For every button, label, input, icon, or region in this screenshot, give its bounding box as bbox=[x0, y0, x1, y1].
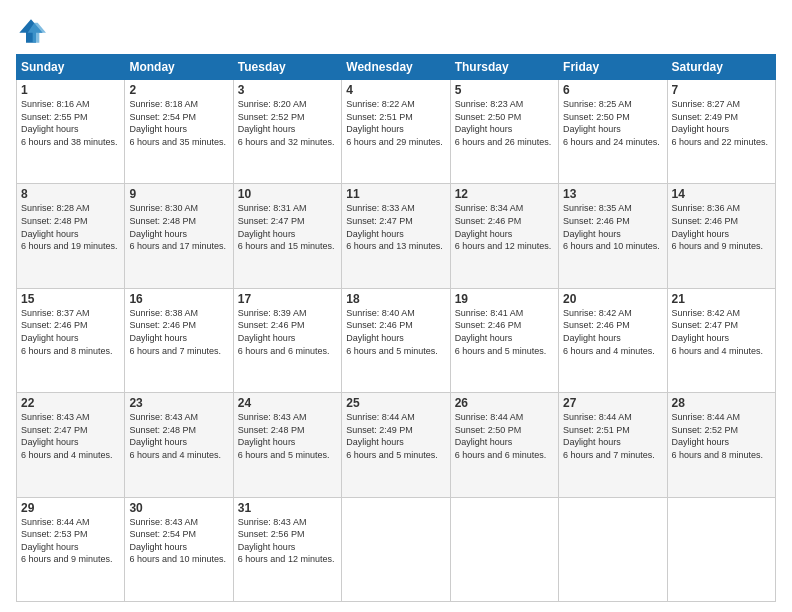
weekday-header-friday: Friday bbox=[559, 55, 667, 80]
day-number: 1 bbox=[21, 83, 120, 97]
day-number: 15 bbox=[21, 292, 120, 306]
day-info: Sunrise: 8:44 AM Sunset: 2:50 PM Dayligh… bbox=[455, 411, 554, 461]
day-number: 26 bbox=[455, 396, 554, 410]
week-row-3: 15 Sunrise: 8:37 AM Sunset: 2:46 PM Dayl… bbox=[17, 288, 776, 392]
day-info: Sunrise: 8:27 AM Sunset: 2:49 PM Dayligh… bbox=[672, 98, 771, 148]
day-number: 10 bbox=[238, 187, 337, 201]
day-number: 17 bbox=[238, 292, 337, 306]
day-info: Sunrise: 8:16 AM Sunset: 2:55 PM Dayligh… bbox=[21, 98, 120, 148]
day-number: 6 bbox=[563, 83, 662, 97]
week-row-5: 29 Sunrise: 8:44 AM Sunset: 2:53 PM Dayl… bbox=[17, 497, 776, 601]
calendar-cell: 1 Sunrise: 8:16 AM Sunset: 2:55 PM Dayli… bbox=[17, 80, 125, 184]
day-info: Sunrise: 8:43 AM Sunset: 2:54 PM Dayligh… bbox=[129, 516, 228, 566]
calendar-cell: 13 Sunrise: 8:35 AM Sunset: 2:46 PM Dayl… bbox=[559, 184, 667, 288]
day-info: Sunrise: 8:44 AM Sunset: 2:53 PM Dayligh… bbox=[21, 516, 120, 566]
day-info: Sunrise: 8:22 AM Sunset: 2:51 PM Dayligh… bbox=[346, 98, 445, 148]
day-info: Sunrise: 8:38 AM Sunset: 2:46 PM Dayligh… bbox=[129, 307, 228, 357]
day-info: Sunrise: 8:28 AM Sunset: 2:48 PM Dayligh… bbox=[21, 202, 120, 252]
calendar-cell: 30 Sunrise: 8:43 AM Sunset: 2:54 PM Dayl… bbox=[125, 497, 233, 601]
day-number: 9 bbox=[129, 187, 228, 201]
calendar-cell: 28 Sunrise: 8:44 AM Sunset: 2:52 PM Dayl… bbox=[667, 393, 775, 497]
day-info: Sunrise: 8:43 AM Sunset: 2:56 PM Dayligh… bbox=[238, 516, 337, 566]
day-number: 22 bbox=[21, 396, 120, 410]
day-number: 20 bbox=[563, 292, 662, 306]
day-number: 2 bbox=[129, 83, 228, 97]
day-info: Sunrise: 8:43 AM Sunset: 2:47 PM Dayligh… bbox=[21, 411, 120, 461]
calendar-cell: 16 Sunrise: 8:38 AM Sunset: 2:46 PM Dayl… bbox=[125, 288, 233, 392]
day-info: Sunrise: 8:25 AM Sunset: 2:50 PM Dayligh… bbox=[563, 98, 662, 148]
day-info: Sunrise: 8:31 AM Sunset: 2:47 PM Dayligh… bbox=[238, 202, 337, 252]
day-number: 8 bbox=[21, 187, 120, 201]
day-info: Sunrise: 8:39 AM Sunset: 2:46 PM Dayligh… bbox=[238, 307, 337, 357]
weekday-header-tuesday: Tuesday bbox=[233, 55, 341, 80]
weekday-header-monday: Monday bbox=[125, 55, 233, 80]
day-number: 31 bbox=[238, 501, 337, 515]
calendar-cell: 27 Sunrise: 8:44 AM Sunset: 2:51 PM Dayl… bbox=[559, 393, 667, 497]
calendar-cell bbox=[667, 497, 775, 601]
calendar-table: SundayMondayTuesdayWednesdayThursdayFrid… bbox=[16, 54, 776, 602]
day-info: Sunrise: 8:42 AM Sunset: 2:47 PM Dayligh… bbox=[672, 307, 771, 357]
week-row-1: 1 Sunrise: 8:16 AM Sunset: 2:55 PM Dayli… bbox=[17, 80, 776, 184]
calendar-cell: 11 Sunrise: 8:33 AM Sunset: 2:47 PM Dayl… bbox=[342, 184, 450, 288]
calendar-cell: 10 Sunrise: 8:31 AM Sunset: 2:47 PM Dayl… bbox=[233, 184, 341, 288]
header bbox=[16, 16, 776, 46]
day-info: Sunrise: 8:44 AM Sunset: 2:49 PM Dayligh… bbox=[346, 411, 445, 461]
calendar-cell: 25 Sunrise: 8:44 AM Sunset: 2:49 PM Dayl… bbox=[342, 393, 450, 497]
day-info: Sunrise: 8:23 AM Sunset: 2:50 PM Dayligh… bbox=[455, 98, 554, 148]
calendar-cell: 31 Sunrise: 8:43 AM Sunset: 2:56 PM Dayl… bbox=[233, 497, 341, 601]
day-info: Sunrise: 8:41 AM Sunset: 2:46 PM Dayligh… bbox=[455, 307, 554, 357]
calendar-cell bbox=[559, 497, 667, 601]
calendar-cell: 26 Sunrise: 8:44 AM Sunset: 2:50 PM Dayl… bbox=[450, 393, 558, 497]
calendar-cell: 2 Sunrise: 8:18 AM Sunset: 2:54 PM Dayli… bbox=[125, 80, 233, 184]
calendar-cell: 3 Sunrise: 8:20 AM Sunset: 2:52 PM Dayli… bbox=[233, 80, 341, 184]
day-number: 14 bbox=[672, 187, 771, 201]
weekday-header-saturday: Saturday bbox=[667, 55, 775, 80]
calendar-cell: 18 Sunrise: 8:40 AM Sunset: 2:46 PM Dayl… bbox=[342, 288, 450, 392]
calendar-cell: 29 Sunrise: 8:44 AM Sunset: 2:53 PM Dayl… bbox=[17, 497, 125, 601]
calendar-cell: 12 Sunrise: 8:34 AM Sunset: 2:46 PM Dayl… bbox=[450, 184, 558, 288]
day-info: Sunrise: 8:30 AM Sunset: 2:48 PM Dayligh… bbox=[129, 202, 228, 252]
day-info: Sunrise: 8:43 AM Sunset: 2:48 PM Dayligh… bbox=[238, 411, 337, 461]
day-number: 28 bbox=[672, 396, 771, 410]
day-info: Sunrise: 8:34 AM Sunset: 2:46 PM Dayligh… bbox=[455, 202, 554, 252]
day-number: 11 bbox=[346, 187, 445, 201]
calendar-cell: 9 Sunrise: 8:30 AM Sunset: 2:48 PM Dayli… bbox=[125, 184, 233, 288]
weekday-header-wednesday: Wednesday bbox=[342, 55, 450, 80]
day-number: 27 bbox=[563, 396, 662, 410]
calendar-cell: 4 Sunrise: 8:22 AM Sunset: 2:51 PM Dayli… bbox=[342, 80, 450, 184]
page: SundayMondayTuesdayWednesdayThursdayFrid… bbox=[0, 0, 792, 612]
day-number: 21 bbox=[672, 292, 771, 306]
day-number: 30 bbox=[129, 501, 228, 515]
day-info: Sunrise: 8:42 AM Sunset: 2:46 PM Dayligh… bbox=[563, 307, 662, 357]
calendar-cell: 21 Sunrise: 8:42 AM Sunset: 2:47 PM Dayl… bbox=[667, 288, 775, 392]
week-row-4: 22 Sunrise: 8:43 AM Sunset: 2:47 PM Dayl… bbox=[17, 393, 776, 497]
day-info: Sunrise: 8:20 AM Sunset: 2:52 PM Dayligh… bbox=[238, 98, 337, 148]
day-info: Sunrise: 8:43 AM Sunset: 2:48 PM Dayligh… bbox=[129, 411, 228, 461]
calendar-cell: 5 Sunrise: 8:23 AM Sunset: 2:50 PM Dayli… bbox=[450, 80, 558, 184]
day-number: 29 bbox=[21, 501, 120, 515]
week-row-2: 8 Sunrise: 8:28 AM Sunset: 2:48 PM Dayli… bbox=[17, 184, 776, 288]
calendar-cell: 7 Sunrise: 8:27 AM Sunset: 2:49 PM Dayli… bbox=[667, 80, 775, 184]
day-info: Sunrise: 8:35 AM Sunset: 2:46 PM Dayligh… bbox=[563, 202, 662, 252]
calendar-cell: 19 Sunrise: 8:41 AM Sunset: 2:46 PM Dayl… bbox=[450, 288, 558, 392]
day-number: 13 bbox=[563, 187, 662, 201]
day-info: Sunrise: 8:40 AM Sunset: 2:46 PM Dayligh… bbox=[346, 307, 445, 357]
day-info: Sunrise: 8:18 AM Sunset: 2:54 PM Dayligh… bbox=[129, 98, 228, 148]
day-number: 23 bbox=[129, 396, 228, 410]
day-number: 12 bbox=[455, 187, 554, 201]
day-number: 18 bbox=[346, 292, 445, 306]
day-number: 5 bbox=[455, 83, 554, 97]
day-info: Sunrise: 8:44 AM Sunset: 2:51 PM Dayligh… bbox=[563, 411, 662, 461]
day-number: 19 bbox=[455, 292, 554, 306]
day-number: 3 bbox=[238, 83, 337, 97]
day-info: Sunrise: 8:33 AM Sunset: 2:47 PM Dayligh… bbox=[346, 202, 445, 252]
day-info: Sunrise: 8:36 AM Sunset: 2:46 PM Dayligh… bbox=[672, 202, 771, 252]
calendar-cell: 6 Sunrise: 8:25 AM Sunset: 2:50 PM Dayli… bbox=[559, 80, 667, 184]
calendar-cell: 24 Sunrise: 8:43 AM Sunset: 2:48 PM Dayl… bbox=[233, 393, 341, 497]
weekday-header-thursday: Thursday bbox=[450, 55, 558, 80]
day-number: 25 bbox=[346, 396, 445, 410]
day-number: 16 bbox=[129, 292, 228, 306]
day-info: Sunrise: 8:44 AM Sunset: 2:52 PM Dayligh… bbox=[672, 411, 771, 461]
day-info: Sunrise: 8:37 AM Sunset: 2:46 PM Dayligh… bbox=[21, 307, 120, 357]
day-number: 24 bbox=[238, 396, 337, 410]
